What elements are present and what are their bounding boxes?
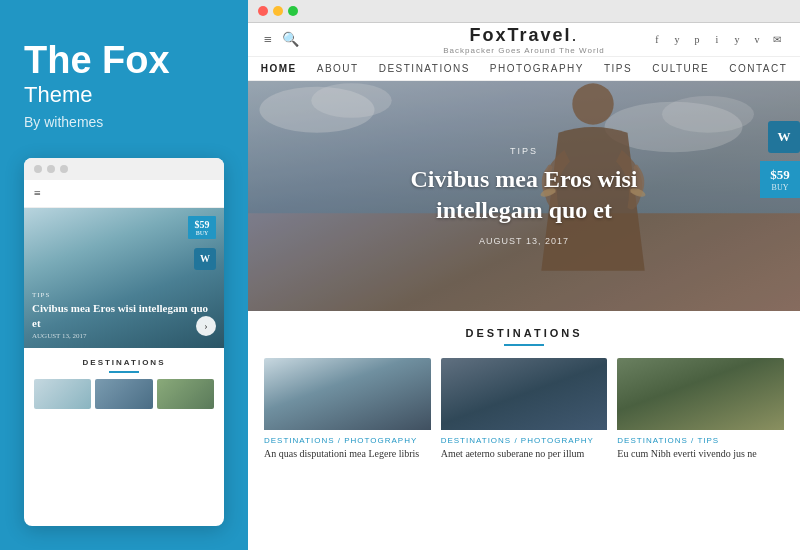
mini-wp-badge: W — [194, 248, 216, 270]
menu-item-culture[interactable]: CULTURE — [652, 63, 709, 74]
card-2: DESTINATIONS / PHOTOGRAPHY Amet aeterno … — [441, 358, 608, 461]
card-image-3 — [617, 358, 784, 430]
card-image-1 — [264, 358, 431, 430]
mini-hero-title: Civibus mea Eros wisi intellegam quo et — [32, 301, 216, 330]
card-3: DESTINATIONS / TIPS Eu cum Nibh everti v… — [617, 358, 784, 461]
hero-overlay: TIPS Civibus mea Eros wisi intellegam qu… — [248, 81, 800, 311]
hamburger-icon[interactable]: ≡ — [264, 32, 272, 48]
card-title-3: Eu cum Nibh everti vivendo jus ne — [617, 447, 784, 461]
browser-chrome — [248, 0, 800, 23]
price-badge[interactable]: $59 BUY — [760, 161, 800, 198]
mini-dest-image-1 — [34, 379, 91, 409]
mini-nav: ≡ FoxTravel. — [24, 180, 224, 208]
email-icon[interactable]: ✉ — [770, 33, 784, 47]
mini-destinations-label: DESTINATIONS — [34, 358, 214, 367]
mini-hero-area: $59 BUY W TIPS Civibus mea Eros wisi int… — [24, 208, 224, 348]
site-logo-name: FoxTravel. — [443, 25, 605, 46]
mini-hero-date: AUGUST 13, 2017 — [32, 332, 216, 340]
hero-title: Civibus mea Eros wisi intellegam quo et — [364, 164, 684, 226]
right-panel: ≡ 🔍 FoxTravel. Backpacker Goes Around Th… — [248, 0, 800, 550]
card-image-2 — [441, 358, 608, 430]
mini-hamburger-icon: ≡ — [34, 186, 41, 201]
mini-dot-1 — [34, 165, 42, 173]
menu-item-tips[interactable]: TIPS — [604, 63, 632, 74]
card-category-2: DESTINATIONS / PHOTOGRAPHY — [441, 436, 608, 445]
main-nav-menu: HOME ABOUT DESTINATIONS PHOTOGRAPHY TIPS… — [248, 57, 800, 81]
facebook-icon[interactable]: f — [650, 33, 664, 47]
mini-price-value: $59 — [190, 219, 214, 230]
mini-dest-image-3 — [157, 379, 214, 409]
card-category-3: DESTINATIONS / TIPS — [617, 436, 784, 445]
menu-item-about[interactable]: ABOUT — [317, 63, 359, 74]
vimeo-icon[interactable]: v — [750, 33, 764, 47]
mini-dest-image-2 — [95, 379, 152, 409]
mini-browser-mockup: ≡ FoxTravel. $59 BUY W TIPS Civibus mea … — [24, 158, 224, 526]
browser-dot-green — [288, 6, 298, 16]
mini-destinations-section: DESTINATIONS — [24, 348, 224, 419]
youtube-icon[interactable]: y — [730, 33, 744, 47]
cards-row: DESTINATIONS / PHOTOGRAPHY An quas dispu… — [264, 358, 784, 461]
mini-dot-2 — [47, 165, 55, 173]
menu-item-contact[interactable]: CONTACT — [729, 63, 787, 74]
mini-price-badge: $59 BUY — [188, 216, 216, 239]
section-header: DESTINATIONS — [264, 327, 784, 346]
card-title-1: An quas disputationi mea Legere libris — [264, 447, 431, 461]
mini-buy-label: BUY — [190, 230, 214, 236]
section-divider — [504, 344, 544, 346]
mini-hero-overlay: TIPS Civibus mea Eros wisi intellegam qu… — [24, 283, 224, 348]
card-1: DESTINATIONS / PHOTOGRAPHY An quas dispu… — [264, 358, 431, 461]
price-value: $59 — [768, 167, 792, 183]
pinterest-icon[interactable]: p — [690, 33, 704, 47]
destinations-section: DESTINATIONS DESTINATIONS / PHOTOGRAPHY … — [248, 311, 800, 469]
twitter-icon[interactable]: y — [670, 33, 684, 47]
menu-item-photography[interactable]: PHOTOGRAPHY — [490, 63, 584, 74]
buy-label: BUY — [768, 183, 792, 192]
site-nav: ≡ 🔍 FoxTravel. Backpacker Goes Around Th… — [248, 23, 800, 57]
mini-browser-chrome — [24, 158, 224, 180]
card-title-2: Amet aeterno suberane no per illum — [441, 447, 608, 461]
menu-item-destinations[interactable]: DESTINATIONS — [379, 63, 470, 74]
mini-destinations-divider — [109, 371, 139, 373]
destinations-title: DESTINATIONS — [264, 327, 784, 339]
hero-section: TIPS Civibus mea Eros wisi intellegam qu… — [248, 81, 800, 311]
mini-dest-images — [34, 379, 214, 409]
hero-date: AUGUST 13, 2017 — [479, 236, 569, 246]
mini-site-logo: FoxTravel. — [49, 186, 214, 201]
mini-next-arrow[interactable]: › — [196, 316, 216, 336]
theme-title: The Fox — [24, 40, 224, 82]
theme-author: By withemes — [24, 114, 224, 130]
site-logo: FoxTravel. Backpacker Goes Around The Wo… — [443, 25, 605, 55]
wordpress-badge: W — [768, 121, 800, 153]
left-panel: The Fox Theme By withemes ≡ FoxTravel. $… — [0, 0, 248, 550]
browser-dot-red — [258, 6, 268, 16]
mini-dot-3 — [60, 165, 68, 173]
menu-item-home[interactable]: HOME — [261, 63, 297, 74]
instagram-icon[interactable]: i — [710, 33, 724, 47]
hero-tag: TIPS — [510, 146, 538, 156]
site-nav-left: ≡ 🔍 — [264, 31, 299, 48]
mini-hero-tag: TIPS — [32, 291, 216, 299]
theme-subtitle: Theme — [24, 82, 224, 108]
search-icon[interactable]: 🔍 — [282, 31, 299, 48]
site-logo-tagline: Backpacker Goes Around The World — [443, 46, 605, 55]
site-social-icons: f y p i y v ✉ — [650, 33, 784, 47]
browser-dot-yellow — [273, 6, 283, 16]
card-category-1: DESTINATIONS / PHOTOGRAPHY — [264, 436, 431, 445]
logo-dot: . — [572, 25, 579, 45]
website-content: ≡ 🔍 FoxTravel. Backpacker Goes Around Th… — [248, 23, 800, 550]
